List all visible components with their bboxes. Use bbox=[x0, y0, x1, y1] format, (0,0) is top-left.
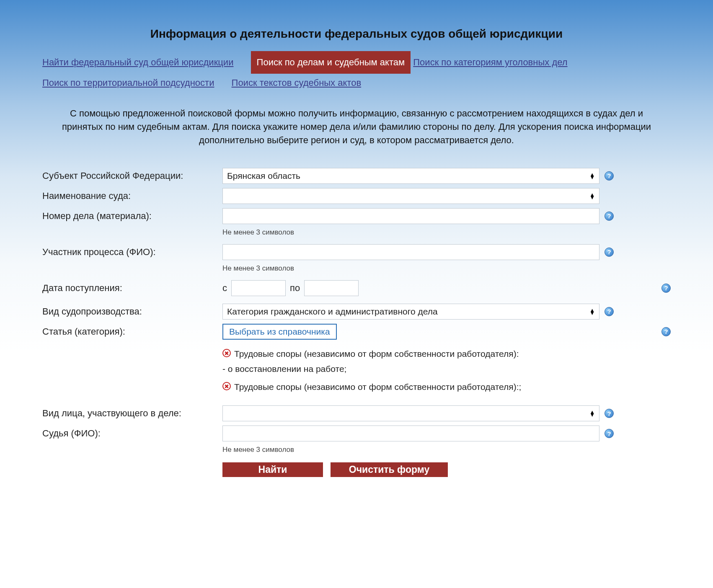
help-icon[interactable]: ? bbox=[604, 248, 614, 257]
clear-button[interactable]: Очистить форму bbox=[331, 462, 448, 477]
help-icon[interactable]: ? bbox=[604, 307, 614, 316]
nav-texts[interactable]: Поиск текстов судебных актов bbox=[232, 77, 362, 88]
help-icon[interactable]: ? bbox=[661, 327, 671, 336]
nav-search-categories[interactable]: Поиск по категориям уголовных дел bbox=[413, 57, 567, 67]
input-judge[interactable] bbox=[222, 426, 599, 441]
select-subject[interactable]: Брянская область ▲▼ bbox=[222, 168, 599, 184]
label-person-type: Вид лица, участвующего в деле: bbox=[42, 405, 222, 419]
label-proc-type: Вид судопроизводства: bbox=[42, 304, 222, 317]
label-date-to: по bbox=[290, 283, 300, 294]
search-button[interactable]: Найти bbox=[222, 462, 323, 477]
help-icon[interactable]: ? bbox=[604, 409, 614, 418]
category-tag-text: Трудовые споры (независимо от форм собст… bbox=[234, 380, 521, 394]
intro-text: С помощью предложенной поисковой формы м… bbox=[55, 107, 658, 147]
select-proc-type[interactable]: Категория гражданского и административно… bbox=[222, 304, 599, 320]
help-icon[interactable]: ? bbox=[604, 429, 614, 438]
selected-categories: Трудовые споры (независимо от форм собст… bbox=[222, 347, 671, 394]
nav-tabs: Найти федеральный суд общей юрисдикции П… bbox=[42, 51, 671, 92]
label-subject: Субъект Российской Федерации: bbox=[42, 168, 222, 181]
select-court[interactable]: ▲▼ bbox=[222, 188, 599, 204]
remove-icon[interactable] bbox=[222, 349, 231, 357]
remove-icon[interactable] bbox=[222, 382, 231, 390]
input-date-from[interactable] bbox=[231, 280, 286, 296]
select-subject-value: Брянская область bbox=[227, 171, 300, 181]
select-proc-type-value: Категория гражданского и административно… bbox=[227, 307, 438, 317]
select-person-type[interactable]: ▲▼ bbox=[222, 405, 599, 421]
help-icon[interactable]: ? bbox=[661, 284, 671, 293]
label-date-from: с bbox=[222, 283, 227, 294]
hint-judge: Не менее 3 символов bbox=[222, 446, 671, 454]
category-tag-sub: - о восстановлении на работе; bbox=[222, 362, 671, 376]
input-case-number[interactable] bbox=[222, 208, 599, 224]
help-icon[interactable]: ? bbox=[604, 171, 614, 181]
hint-participant: Не менее 3 символов bbox=[222, 264, 671, 273]
chevron-updown-icon: ▲▼ bbox=[586, 410, 595, 416]
label-case-number: Номер дела (материала): bbox=[42, 208, 222, 222]
nav-territorial[interactable]: Поиск по территориальной подсудности bbox=[42, 77, 214, 88]
hint-case-number: Не менее 3 символов bbox=[222, 228, 671, 237]
input-participant[interactable] bbox=[222, 244, 599, 260]
chevron-updown-icon: ▲▼ bbox=[586, 309, 595, 315]
label-receipt-date: Дата поступления: bbox=[42, 280, 222, 294]
category-tag-text: Трудовые споры (независимо от форм собст… bbox=[234, 347, 519, 361]
input-date-to[interactable] bbox=[304, 280, 359, 296]
label-article: Статья (категория): bbox=[42, 324, 222, 337]
label-participant: Участник процесса (ФИО): bbox=[42, 244, 222, 258]
page-title: Информация о деятельности федеральных су… bbox=[42, 27, 671, 41]
label-court: Наименование суда: bbox=[42, 188, 222, 201]
nav-find-court[interactable]: Найти федеральный суд общей юрисдикции bbox=[42, 57, 233, 67]
help-icon[interactable]: ? bbox=[604, 211, 614, 221]
label-judge: Судья (ФИО): bbox=[42, 426, 222, 439]
chevron-updown-icon: ▲▼ bbox=[586, 173, 595, 179]
button-select-from-reference[interactable]: Выбрать из справочника bbox=[222, 324, 337, 340]
nav-search-cases[interactable]: Поиск по делам и судебным актам bbox=[251, 51, 411, 74]
chevron-updown-icon: ▲▼ bbox=[586, 193, 595, 199]
